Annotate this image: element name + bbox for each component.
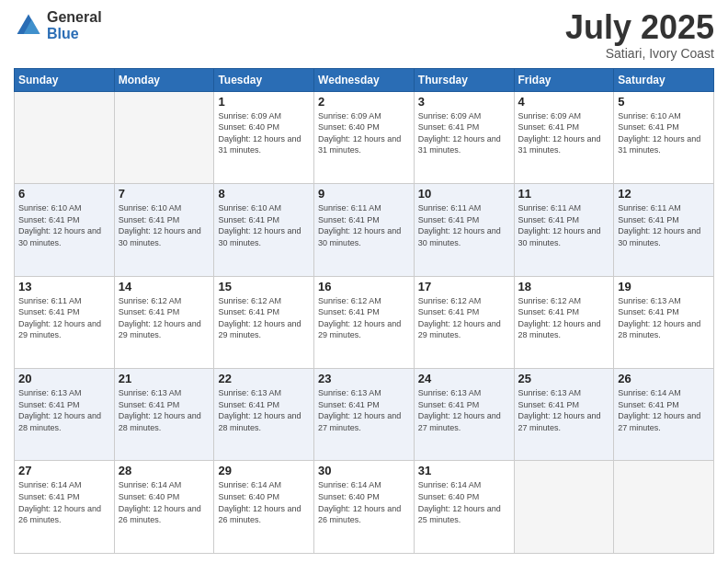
table-row	[15, 91, 115, 183]
day-info: Sunrise: 6:13 AMSunset: 6:41 PMDaylight:…	[418, 387, 510, 433]
day-number: 11	[518, 187, 610, 201]
day-number: 29	[218, 464, 310, 477]
day-info: Sunrise: 6:10 AMSunset: 6:41 PMDaylight:…	[18, 202, 110, 248]
col-thursday: Thursday	[414, 68, 514, 91]
logo-general: General	[47, 9, 102, 26]
day-info: Sunrise: 6:13 AMSunset: 6:41 PMDaylight:…	[318, 387, 410, 433]
col-wednesday: Wednesday	[314, 68, 415, 91]
table-row: 13Sunrise: 6:11 AMSunset: 6:41 PMDayligh…	[15, 276, 115, 368]
calendar-week-row: 27Sunrise: 6:14 AMSunset: 6:41 PMDayligh…	[15, 461, 714, 554]
col-sunday: Sunday	[15, 68, 115, 91]
table-row: 7Sunrise: 6:10 AMSunset: 6:41 PMDaylight…	[114, 184, 214, 276]
table-row: 2Sunrise: 6:09 AMSunset: 6:40 PMDaylight…	[314, 91, 415, 183]
calendar-table: Sunday Monday Tuesday Wednesday Thursday…	[14, 68, 714, 554]
table-row: 18Sunrise: 6:12 AMSunset: 6:41 PMDayligh…	[514, 276, 614, 368]
day-info: Sunrise: 6:11 AMSunset: 6:41 PMDaylight:…	[518, 202, 610, 248]
day-info: Sunrise: 6:13 AMSunset: 6:41 PMDaylight:…	[218, 387, 310, 433]
day-number: 25	[518, 372, 610, 385]
table-row: 8Sunrise: 6:10 AMSunset: 6:41 PMDaylight…	[214, 184, 314, 276]
day-info: Sunrise: 6:12 AMSunset: 6:41 PMDaylight:…	[318, 295, 410, 341]
table-row	[514, 461, 614, 554]
day-number: 20	[18, 372, 110, 385]
table-row	[614, 461, 714, 554]
col-saturday: Saturday	[614, 68, 714, 91]
day-number: 24	[418, 372, 510, 385]
page: General Blue July 2025 Satiari, Ivory Co…	[0, 0, 728, 563]
day-info: Sunrise: 6:11 AMSunset: 6:41 PMDaylight:…	[318, 202, 410, 248]
day-number: 8	[218, 187, 310, 201]
day-info: Sunrise: 6:14 AMSunset: 6:40 PMDaylight:…	[318, 479, 410, 525]
day-info: Sunrise: 6:13 AMSunset: 6:41 PMDaylight:…	[18, 387, 110, 433]
table-row: 9Sunrise: 6:11 AMSunset: 6:41 PMDaylight…	[314, 184, 415, 276]
table-row: 24Sunrise: 6:13 AMSunset: 6:41 PMDayligh…	[414, 369, 514, 461]
day-number: 23	[318, 372, 410, 385]
table-row: 5Sunrise: 6:10 AMSunset: 6:41 PMDaylight…	[614, 91, 714, 183]
day-number: 17	[418, 280, 510, 293]
day-info: Sunrise: 6:14 AMSunset: 6:40 PMDaylight:…	[218, 479, 310, 525]
table-row: 15Sunrise: 6:12 AMSunset: 6:41 PMDayligh…	[214, 276, 314, 368]
day-number: 15	[218, 280, 310, 293]
day-number: 27	[18, 464, 110, 477]
day-number: 31	[418, 464, 510, 477]
table-row: 20Sunrise: 6:13 AMSunset: 6:41 PMDayligh…	[15, 369, 115, 461]
table-row: 3Sunrise: 6:09 AMSunset: 6:41 PMDaylight…	[414, 91, 514, 183]
day-number: 7	[119, 187, 210, 201]
day-number: 1	[218, 95, 310, 109]
day-number: 14	[119, 280, 210, 293]
day-info: Sunrise: 6:11 AMSunset: 6:41 PMDaylight:…	[18, 295, 110, 341]
table-row: 1Sunrise: 6:09 AMSunset: 6:40 PMDaylight…	[214, 91, 314, 183]
day-info: Sunrise: 6:09 AMSunset: 6:40 PMDaylight:…	[318, 110, 410, 156]
day-number: 2	[318, 95, 410, 109]
day-number: 21	[119, 372, 210, 385]
table-row: 12Sunrise: 6:11 AMSunset: 6:41 PMDayligh…	[614, 184, 714, 276]
day-info: Sunrise: 6:12 AMSunset: 6:41 PMDaylight:…	[418, 295, 510, 341]
table-row: 25Sunrise: 6:13 AMSunset: 6:41 PMDayligh…	[514, 369, 614, 461]
title-block: July 2025 Satiari, Ivory Coast	[565, 9, 714, 61]
logo: General Blue	[14, 9, 102, 41]
day-number: 6	[18, 187, 110, 201]
day-number: 26	[618, 372, 710, 385]
day-info: Sunrise: 6:12 AMSunset: 6:41 PMDaylight:…	[518, 295, 610, 341]
calendar-week-row: 6Sunrise: 6:10 AMSunset: 6:41 PMDaylight…	[15, 184, 714, 276]
table-row: 4Sunrise: 6:09 AMSunset: 6:41 PMDaylight…	[514, 91, 614, 183]
header: General Blue July 2025 Satiari, Ivory Co…	[14, 9, 714, 61]
logo-blue: Blue	[47, 26, 102, 42]
day-number: 12	[618, 187, 710, 201]
day-number: 19	[618, 280, 710, 293]
day-number: 13	[18, 280, 110, 293]
day-info: Sunrise: 6:11 AMSunset: 6:41 PMDaylight:…	[418, 202, 510, 248]
table-row: 28Sunrise: 6:14 AMSunset: 6:40 PMDayligh…	[114, 461, 214, 554]
day-number: 5	[618, 95, 710, 109]
day-info: Sunrise: 6:10 AMSunset: 6:41 PMDaylight:…	[618, 110, 710, 156]
day-number: 28	[119, 464, 210, 477]
table-row: 27Sunrise: 6:14 AMSunset: 6:41 PMDayligh…	[15, 461, 115, 554]
calendar-week-row: 1Sunrise: 6:09 AMSunset: 6:40 PMDaylight…	[15, 91, 714, 183]
day-info: Sunrise: 6:12 AMSunset: 6:41 PMDaylight:…	[119, 295, 210, 341]
calendar-week-row: 20Sunrise: 6:13 AMSunset: 6:41 PMDayligh…	[15, 369, 714, 461]
table-row	[114, 91, 214, 183]
title-month: July 2025	[565, 9, 714, 46]
day-number: 18	[518, 280, 610, 293]
table-row: 31Sunrise: 6:14 AMSunset: 6:40 PMDayligh…	[414, 461, 514, 554]
day-info: Sunrise: 6:09 AMSunset: 6:41 PMDaylight:…	[518, 110, 610, 156]
day-info: Sunrise: 6:10 AMSunset: 6:41 PMDaylight:…	[119, 202, 210, 248]
table-row: 14Sunrise: 6:12 AMSunset: 6:41 PMDayligh…	[114, 276, 214, 368]
day-number: 10	[418, 187, 510, 201]
table-row: 29Sunrise: 6:14 AMSunset: 6:40 PMDayligh…	[214, 461, 314, 554]
logo-text: General Blue	[47, 9, 102, 41]
day-number: 30	[318, 464, 410, 477]
day-info: Sunrise: 6:14 AMSunset: 6:41 PMDaylight:…	[618, 387, 710, 433]
table-row: 6Sunrise: 6:10 AMSunset: 6:41 PMDaylight…	[15, 184, 115, 276]
table-row: 17Sunrise: 6:12 AMSunset: 6:41 PMDayligh…	[414, 276, 514, 368]
table-row: 26Sunrise: 6:14 AMSunset: 6:41 PMDayligh…	[614, 369, 714, 461]
day-info: Sunrise: 6:11 AMSunset: 6:41 PMDaylight:…	[618, 202, 710, 248]
day-info: Sunrise: 6:13 AMSunset: 6:41 PMDaylight:…	[518, 387, 610, 433]
table-row: 23Sunrise: 6:13 AMSunset: 6:41 PMDayligh…	[314, 369, 415, 461]
day-number: 3	[418, 95, 510, 109]
col-tuesday: Tuesday	[214, 68, 314, 91]
title-location: Satiari, Ivory Coast	[565, 46, 714, 61]
day-info: Sunrise: 6:09 AMSunset: 6:40 PMDaylight:…	[218, 110, 310, 156]
day-number: 4	[518, 95, 610, 109]
day-info: Sunrise: 6:10 AMSunset: 6:41 PMDaylight:…	[218, 202, 310, 248]
day-info: Sunrise: 6:13 AMSunset: 6:41 PMDaylight:…	[618, 295, 710, 341]
